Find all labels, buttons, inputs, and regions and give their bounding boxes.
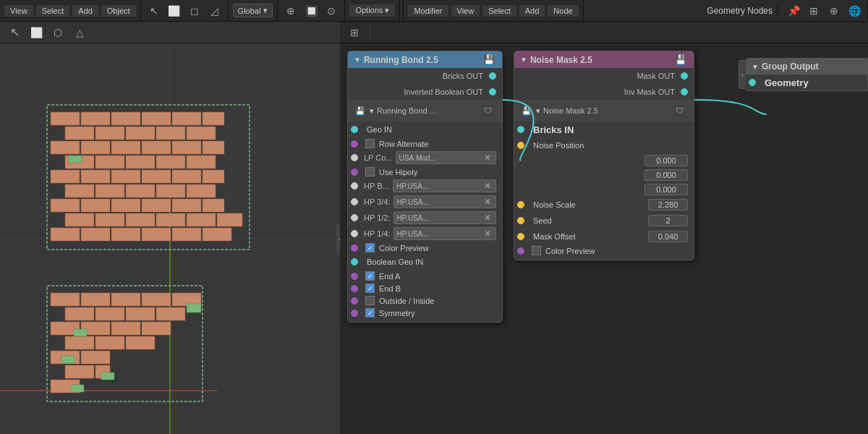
- inverted-out-socket: [489, 88, 496, 95]
- angle-icon[interactable]: ◿: [206, 2, 224, 20]
- lp-co-file-widget[interactable]: USA.Mod... ✕: [396, 151, 496, 164]
- box-select-icon[interactable]: ⬜: [166, 2, 183, 20]
- topbar: View Select Add Object ↖ ⬜ ◻ ◿ Global ▾ …: [0, 0, 868, 22]
- noise-position-x-field[interactable]: 0.000: [644, 155, 688, 166]
- use-hipoly-checkbox[interactable]: [365, 167, 375, 176]
- end-b-checkbox[interactable]: ✓: [365, 284, 375, 293]
- pin-icon[interactable]: 📌: [785, 2, 802, 20]
- svg-rect-40: [111, 199, 140, 212]
- hp-12-file-widget[interactable]: HP.USA... ✕: [393, 211, 497, 224]
- global-label: Global: [238, 7, 261, 15]
- subheader-save-icon[interactable]: 💾: [354, 104, 367, 117]
- noise-shield-icon[interactable]: 🛡: [671, 102, 688, 119]
- menu-node[interactable]: Node: [548, 5, 578, 17]
- color-preview-row: ✓ Color Preview: [348, 242, 502, 254]
- options-button[interactable]: Options ▾: [349, 4, 395, 17]
- group-output-collapse[interactable]: ›: [739, 60, 746, 89]
- seed-field[interactable]: 2: [648, 215, 688, 226]
- svg-rect-60: [217, 213, 242, 226]
- viewport-collapse-button[interactable]: ‹: [336, 224, 340, 253]
- node-save-icon[interactable]: 💾: [482, 54, 496, 65]
- svg-rect-16: [51, 141, 80, 154]
- symmetry-checkbox[interactable]: ✓: [365, 308, 375, 318]
- noise-scale-label: Noise Scale: [533, 200, 576, 209]
- mask-offset-row: Mask Offset 0.040: [514, 229, 694, 244]
- nodes-container: ▼ Running Bond 2.5 💾 Bricks OUT: [340, 43, 868, 434]
- mask-offset-field[interactable]: 0.040: [648, 231, 688, 242]
- hp-12-remove-btn[interactable]: ✕: [482, 213, 493, 223]
- menu-select-right[interactable]: Select: [482, 5, 516, 17]
- svg-rect-29: [111, 170, 140, 183]
- menu-view[interactable]: View: [4, 5, 33, 17]
- noise-scale-field[interactable]: 2.280: [648, 199, 688, 210]
- hp-34-row: HP 3/4: HP.USA... ✕: [348, 194, 502, 210]
- noise-position-val3-row: 0.000: [514, 182, 694, 197]
- noise-color-preview-checkbox[interactable]: [532, 246, 541, 255]
- lasso-viewport-icon[interactable]: ⬡: [49, 24, 67, 41]
- proportional-icon[interactable]: ⊙: [323, 2, 340, 20]
- overlay-icon[interactable]: ⊞: [805, 2, 822, 20]
- group-output-collapse-icon[interactable]: ▼: [752, 63, 759, 71]
- bricks-in-socket: [517, 126, 524, 133]
- hp-34-file-widget[interactable]: HP.USA... ✕: [393, 195, 497, 208]
- shield-icon[interactable]: 🛡: [479, 102, 496, 119]
- color-preview-checkbox[interactable]: ✓: [365, 243, 375, 252]
- symmetry-socket: [351, 310, 358, 317]
- angle-viewport-icon[interactable]: △: [71, 24, 88, 41]
- color-preview-socket: [351, 244, 358, 252]
- svg-rect-58: [156, 213, 185, 226]
- menu-add-right[interactable]: Add: [519, 5, 545, 17]
- cursor-icon[interactable]: ↖: [145, 2, 163, 20]
- geo-nodes-section: Geometry Nodes: [702, 6, 778, 16]
- noise-collapse-icon[interactable]: ▼: [520, 56, 527, 64]
- boolean-geo-in-row: Boolean Geo IN: [348, 254, 502, 270]
- menu-add[interactable]: Add: [72, 5, 98, 17]
- collapse-arrow-icon[interactable]: ▼: [354, 56, 361, 64]
- gizmo-icon[interactable]: ⊕: [825, 2, 843, 20]
- hp-14-remove-btn[interactable]: ✕: [482, 229, 493, 239]
- right-editor-section: Modifier View Select Add Node: [403, 0, 583, 21]
- hp-14-file-widget[interactable]: HP.USA... ✕: [393, 227, 497, 240]
- svg-rect-79: [142, 322, 171, 335]
- hp-14-row: HP 1/4: HP.USA... ✕: [348, 226, 502, 242]
- hp-34-socket: [351, 198, 358, 205]
- hp-b-remove-btn[interactable]: ✕: [482, 181, 493, 191]
- end-b-label: End B: [379, 284, 401, 293]
- menu-modifier[interactable]: Modifier: [408, 5, 448, 17]
- noise-subheader-save-icon[interactable]: 💾: [520, 104, 533, 117]
- snap-icon[interactable]: 🔲: [302, 2, 320, 20]
- hp-b-file-widget[interactable]: HP.USA... ✕: [393, 179, 496, 192]
- end-a-checkbox[interactable]: ✓: [365, 271, 375, 281]
- hp-12-row: HP 1/2: HP.USA... ✕: [348, 210, 502, 226]
- menu-object[interactable]: Object: [101, 5, 136, 17]
- inverted-out-label: Inverted Boolean OUT: [404, 88, 483, 96]
- menu-select[interactable]: Select: [36, 5, 70, 17]
- noise-position-y-field[interactable]: 0.000: [644, 169, 688, 181]
- mask-out-socket: [681, 72, 688, 80]
- symmetry-row: ✓ Symmetry: [348, 307, 502, 319]
- outside-inside-checkbox[interactable]: [365, 296, 375, 305]
- noise-save-icon[interactable]: 💾: [673, 54, 688, 65]
- noise-subheader-dropdown: ▾: [536, 106, 540, 116]
- svg-rect-10: [203, 112, 228, 125]
- global-select[interactable]: Global ▾: [233, 4, 273, 17]
- options-section: Options ▾: [345, 0, 400, 21]
- lp-co-label: LP Co...: [364, 153, 393, 162]
- bricks-in-row: Bricks IN: [514, 122, 694, 137]
- mask-offset-label: Mask Offset: [533, 232, 575, 241]
- svg-rect-89: [74, 329, 87, 336]
- cursor-viewport-icon[interactable]: ↖: [6, 24, 23, 41]
- geo-in-socket: [351, 126, 358, 133]
- globe-icon[interactable]: 🌐: [846, 2, 863, 20]
- box-select-viewport-icon[interactable]: ⬜: [27, 24, 45, 41]
- noise-position-z-field[interactable]: 0.000: [644, 184, 688, 195]
- lasso-icon[interactable]: ◻: [186, 2, 203, 20]
- row-alternate-checkbox[interactable]: [365, 139, 375, 148]
- lp-co-remove-btn[interactable]: ✕: [482, 153, 493, 163]
- pivot-icon[interactable]: ⊕: [282, 2, 299, 20]
- dropdown-icon: ▾: [263, 6, 268, 15]
- node-editor-mode-icon[interactable]: ⊞: [346, 24, 363, 41]
- hp-34-remove-btn[interactable]: ✕: [482, 197, 493, 207]
- menu-view-right[interactable]: View: [451, 5, 480, 17]
- svg-rect-43: [203, 199, 228, 212]
